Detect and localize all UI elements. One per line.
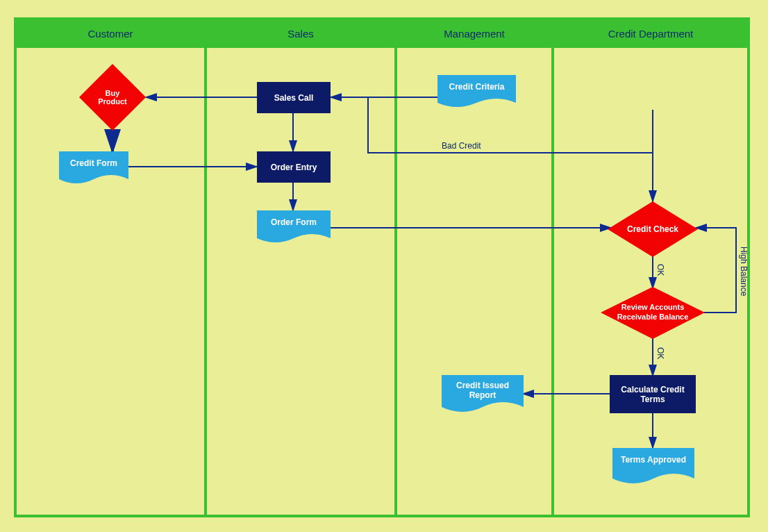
svg-text:Credit Check: Credit Check	[627, 224, 678, 234]
label-high-balance: High Balance	[739, 247, 749, 296]
label-ok-2: OK	[656, 347, 665, 359]
doc-terms-approved: Terms Approved	[612, 448, 694, 486]
doc-order-form: Order Form	[257, 210, 331, 245]
process-calculate-terms: Calculate Credit Terms	[610, 375, 696, 413]
svg-text:Review Accounts: Review Accounts	[621, 303, 685, 311]
doc-credit-form: Credit Form	[59, 151, 128, 186]
decision-review-balance: Review Accounts Receivable Balance	[601, 287, 705, 339]
swimlane-diagram: Customer Sales Management Credit Departm…	[0, 0, 768, 532]
label-ok-1: OK	[656, 264, 665, 276]
process-order-entry: Order Entry	[257, 151, 331, 183]
label-bad-credit: Bad Credit	[442, 141, 481, 151]
svg-text:Receivable Balance: Receivable Balance	[617, 313, 689, 321]
doc-credit-criteria: Credit Criteria	[437, 75, 516, 110]
doc-credit-issued-report: Credit Issued Report	[442, 375, 524, 415]
process-sales-call: Sales Call	[257, 82, 331, 113]
decision-buy-product: Buy Product	[89, 74, 136, 121]
credit-check-wide: Credit Check	[608, 201, 698, 257]
